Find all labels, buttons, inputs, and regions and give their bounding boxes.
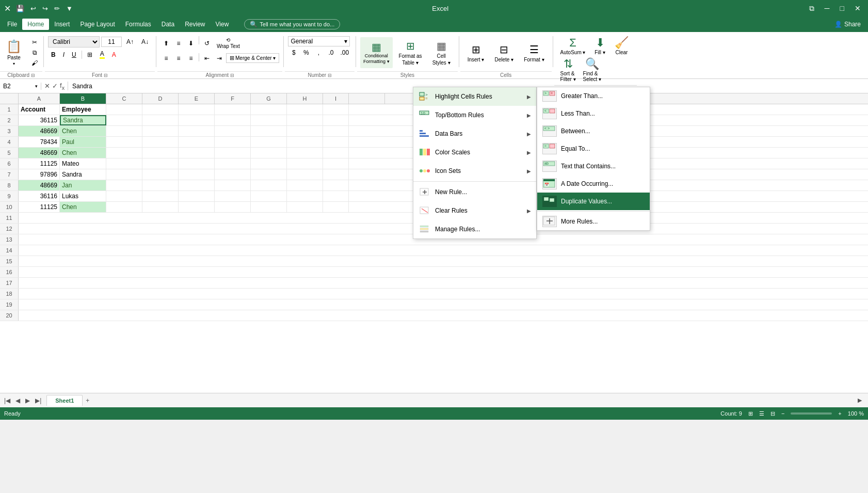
- cell-d10[interactable]: [142, 202, 179, 212]
- cell-i7[interactable]: [323, 169, 349, 180]
- cf-menu-icon-sets[interactable]: Icon Sets ▶: [413, 162, 536, 180]
- menu-page-layout[interactable]: Page Layout: [75, 19, 120, 30]
- col-header-e[interactable]: E: [179, 93, 215, 104]
- increase-font-btn[interactable]: A↑: [123, 37, 137, 46]
- cell-b3[interactable]: Chen: [60, 126, 106, 136]
- cell-b1[interactable]: Employee: [60, 104, 106, 115]
- cell-a1[interactable]: Account: [19, 104, 60, 115]
- cell-e8[interactable]: [179, 180, 215, 190]
- cell-b8[interactable]: Jan: [60, 180, 106, 190]
- row-num-3[interactable]: 3: [0, 126, 19, 136]
- dropdown-icon[interactable]: ▼: [64, 4, 75, 13]
- orientation-button[interactable]: ↺: [201, 36, 213, 51]
- sheet-tab-sheet1[interactable]: Sheet1: [46, 395, 83, 406]
- cell-c10[interactable]: [106, 202, 142, 212]
- cell-reference-box[interactable]: B2 ▾: [0, 83, 41, 90]
- row-num-9[interactable]: 9: [0, 191, 19, 201]
- cell-c2[interactable]: [106, 115, 142, 125]
- col-header-c[interactable]: C: [106, 93, 142, 104]
- cell-i3[interactable]: [323, 126, 349, 136]
- percent-button[interactable]: %: [300, 48, 312, 57]
- cell-c9[interactable]: [106, 191, 142, 201]
- increase-indent-button[interactable]: ⇥: [214, 53, 225, 63]
- bold-button[interactable]: B: [48, 50, 59, 59]
- zoom-minus-icon[interactable]: −: [781, 410, 784, 417]
- zoom-plus-icon[interactable]: +: [838, 410, 841, 417]
- cell-e9[interactable]: [179, 191, 215, 201]
- cell-f5[interactable]: [215, 148, 251, 158]
- underline-button[interactable]: U: [69, 50, 79, 59]
- submenu-text-contains[interactable]: ab Text that Contains...: [537, 157, 650, 175]
- col-header-d[interactable]: D: [142, 93, 179, 104]
- cell-d6[interactable]: [142, 158, 179, 169]
- cell-styles-button[interactable]: ▦ Cell Styles ▾: [428, 37, 455, 68]
- submenu-greater-than[interactable]: > = Greater Than...: [537, 87, 650, 105]
- cell-d3[interactable]: [142, 126, 179, 136]
- cell-i1[interactable]: [323, 104, 349, 115]
- cell-a2[interactable]: 36115: [19, 115, 60, 125]
- cell-c7[interactable]: [106, 169, 142, 180]
- cell-g9[interactable]: [251, 191, 287, 201]
- cell-ref-dropdown-icon[interactable]: ▾: [35, 84, 38, 89]
- maximize-icon[interactable]: □: [837, 3, 847, 13]
- row-num-19[interactable]: 19: [0, 299, 19, 310]
- submenu-date-occurring[interactable]: 📅 A Date Occurring...: [537, 175, 650, 193]
- cell-f1[interactable]: [215, 104, 251, 115]
- restore-icon[interactable]: ⧉: [806, 3, 817, 14]
- cell-e2[interactable]: [179, 115, 215, 125]
- cell-e4[interactable]: [179, 137, 215, 147]
- number-format-select[interactable]: General ▾: [288, 36, 350, 46]
- save-icon[interactable]: 💾: [14, 4, 26, 13]
- cell-d5[interactable]: [142, 148, 179, 158]
- cell-f9[interactable]: [215, 191, 251, 201]
- menu-insert[interactable]: Insert: [49, 19, 75, 30]
- cell-a6[interactable]: 11125: [19, 158, 60, 169]
- row-num-6[interactable]: 6: [0, 158, 19, 169]
- align-left-button[interactable]: ≡: [160, 53, 172, 63]
- prev-sheet-icon[interactable]: ◀: [13, 396, 22, 405]
- scroll-right-icon[interactable]: ▶: [858, 397, 862, 404]
- last-sheet-icon[interactable]: ▶|: [33, 396, 43, 405]
- cell-e3[interactable]: [179, 126, 215, 136]
- cell-h6[interactable]: [287, 158, 323, 169]
- menu-home[interactable]: Home: [22, 19, 49, 30]
- cell-c6[interactable]: [106, 158, 142, 169]
- redo-icon[interactable]: ↪: [40, 4, 50, 13]
- page-layout-view-icon[interactable]: ☰: [759, 410, 764, 417]
- row-num-10[interactable]: 10: [0, 202, 19, 212]
- cell-e5[interactable]: [179, 148, 215, 158]
- cell-i9[interactable]: [323, 191, 349, 201]
- cell-g6[interactable]: [251, 158, 287, 169]
- autosum-button[interactable]: Σ AutoSum ▾: [557, 36, 589, 56]
- first-sheet-icon[interactable]: |◀: [2, 396, 12, 405]
- insert-function-icon[interactable]: fx: [60, 82, 65, 91]
- confirm-formula-icon[interactable]: ✓: [52, 82, 58, 90]
- submenu-duplicate-values[interactable]: Duplicate Values...: [537, 193, 650, 210]
- align-center-button[interactable]: ≡: [173, 53, 184, 63]
- cell-a5[interactable]: 48669: [19, 148, 60, 158]
- wrap-text-button[interactable]: ⟲ Wrap Text: [214, 36, 243, 51]
- cell-c5[interactable]: [106, 148, 142, 158]
- share-button[interactable]: 👤 Share: [829, 19, 866, 30]
- add-sheet-icon[interactable]: +: [84, 396, 91, 405]
- cell-h3[interactable]: [287, 126, 323, 136]
- col-header-j[interactable]: [349, 93, 385, 104]
- cell-f10[interactable]: [215, 202, 251, 212]
- find-select-button[interactable]: 🔍 Find &Select ▾: [580, 57, 605, 83]
- cell-d9[interactable]: [142, 191, 179, 201]
- col-header-f[interactable]: F: [215, 93, 251, 104]
- col-header-i[interactable]: I: [323, 93, 349, 104]
- row-num-15[interactable]: 15: [0, 256, 19, 266]
- col-header-h[interactable]: H: [287, 93, 323, 104]
- next-sheet-icon[interactable]: ▶: [23, 396, 32, 405]
- cancel-formula-icon[interactable]: ✕: [44, 82, 50, 90]
- insert-button[interactable]: ⊞ Insert ▾: [463, 37, 489, 68]
- cell-f7[interactable]: [215, 169, 251, 180]
- cf-menu-color-scales[interactable]: Color Scales ▶: [413, 143, 536, 162]
- currency-button[interactable]: $: [288, 48, 299, 57]
- font-size-input[interactable]: [101, 37, 122, 47]
- clear-button[interactable]: 🧹 Clear: [612, 36, 632, 56]
- merge-center-button[interactable]: ⊞ Merge & Center ▾: [226, 53, 279, 63]
- cell-f4[interactable]: [215, 137, 251, 147]
- cell-h2[interactable]: [287, 115, 323, 125]
